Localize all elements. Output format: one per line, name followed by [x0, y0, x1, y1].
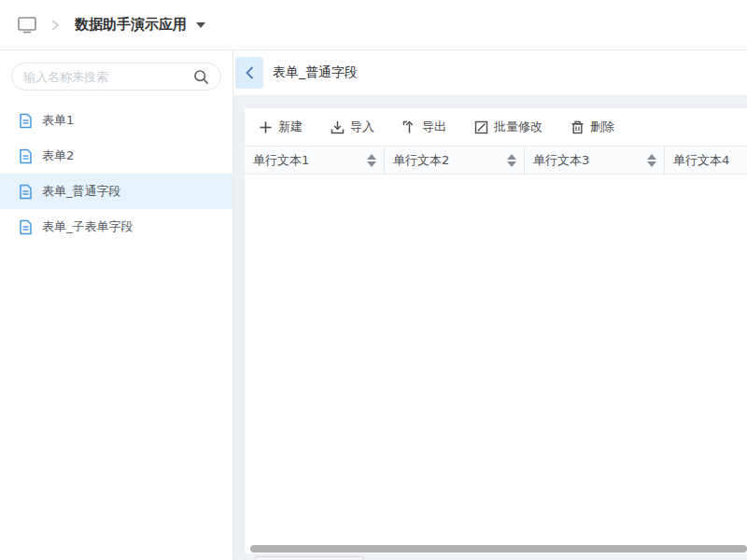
page-title: 表单_普通字段 — [273, 64, 358, 81]
batch-edit-icon — [474, 120, 488, 134]
data-table-card: 新建 导入 导出 — [245, 108, 747, 553]
delete-icon — [571, 120, 585, 134]
import-icon — [331, 120, 345, 134]
column-header-text2[interactable]: 单行文本2 — [385, 147, 525, 174]
column-label: 单行文本4 — [673, 152, 747, 169]
import-button[interactable]: 导入 — [331, 119, 374, 135]
column-header-text4[interactable]: 单行文本4 — [665, 147, 747, 174]
form-list: 表单1 表单2 — [0, 103, 233, 245]
document-icon — [19, 184, 33, 200]
batch-edit-button[interactable]: 批量修改 — [474, 119, 543, 135]
column-label: 单行文本1 — [253, 152, 367, 169]
chevron-left-icon — [245, 65, 255, 80]
sidebar-item-form-normal-fields[interactable]: 表单_普通字段 — [0, 174, 233, 209]
search-icon[interactable] — [193, 69, 209, 85]
search-input[interactable] — [23, 70, 193, 84]
main-panel: 表单_普通字段 新建 导入 — [233, 50, 747, 560]
document-icon — [19, 148, 33, 164]
export-button-label: 导出 — [422, 119, 446, 135]
sidebar-item-label: 表单2 — [42, 147, 74, 164]
sidebar-item-form-subform-fields[interactable]: 表单_子表单字段 — [0, 209, 233, 245]
column-header-text1[interactable]: 单行文本1 — [245, 147, 385, 174]
horizontal-scrollbar[interactable] — [250, 545, 747, 553]
back-button[interactable] — [235, 57, 263, 89]
sidebar-item-form2[interactable]: 表单2 — [0, 138, 233, 174]
monitor-icon[interactable] — [17, 16, 37, 34]
sidebar-item-form1[interactable]: 表单1 — [0, 103, 233, 138]
plus-icon — [259, 120, 273, 134]
create-button[interactable]: 新建 — [259, 119, 303, 135]
app-title[interactable]: 数据助手演示应用 — [75, 16, 187, 34]
search-box — [11, 63, 221, 91]
delete-button-label: 删除 — [590, 119, 614, 135]
top-bar: 数据助手演示应用 — [0, 0, 747, 50]
sidebar: 表单1 表单2 — [0, 50, 233, 560]
sort-icon[interactable] — [647, 154, 656, 167]
document-icon — [19, 219, 33, 235]
column-label: 单行文本2 — [393, 152, 507, 169]
table-body-empty — [245, 175, 747, 503]
document-icon — [19, 113, 33, 129]
export-icon — [402, 120, 416, 134]
batch-edit-button-label: 批量修改 — [494, 119, 543, 135]
table-header-row: 单行文本1 单行文本2 单行文本3 单行文本4 — [245, 146, 747, 175]
export-button[interactable]: 导出 — [402, 119, 446, 135]
sidebar-item-label: 表单1 — [42, 112, 74, 129]
sidebar-item-label: 表单_普通字段 — [42, 183, 121, 200]
pagination-bar-clipped — [255, 556, 364, 560]
toolbar: 新建 导入 导出 — [245, 108, 747, 146]
column-header-text3[interactable]: 单行文本3 — [525, 147, 665, 174]
sidebar-item-label: 表单_子表单字段 — [42, 218, 134, 235]
chevron-down-icon[interactable] — [196, 22, 205, 28]
import-button-label: 导入 — [350, 119, 374, 135]
create-button-label: 新建 — [278, 119, 303, 135]
page-header: 表单_普通字段 — [233, 50, 747, 95]
chevron-right-icon — [50, 19, 60, 32]
sort-icon[interactable] — [507, 154, 516, 167]
delete-button[interactable]: 删除 — [571, 119, 614, 135]
sort-icon[interactable] — [367, 154, 376, 167]
column-label: 单行文本3 — [533, 152, 647, 169]
